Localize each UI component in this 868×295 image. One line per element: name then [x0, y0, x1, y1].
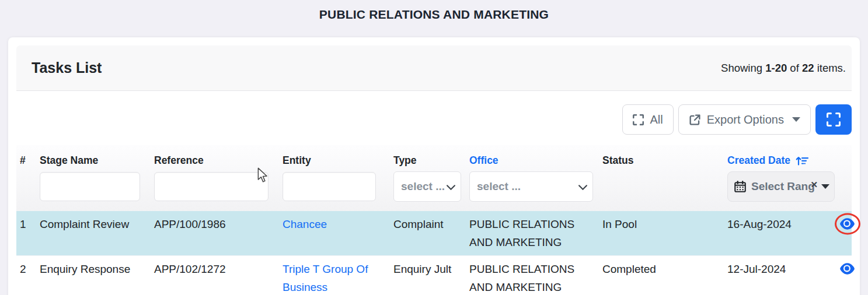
- office-select-placeholder: select ...: [477, 180, 521, 193]
- col-header-num: #: [16, 145, 36, 169]
- table-row[interactable]: 1 Complaint Review APP/100/1986 Chancee …: [16, 211, 852, 256]
- caret-down-icon: [792, 117, 800, 122]
- page-title: PUBLIC RELATIONS AND MARKETING: [0, 0, 868, 22]
- view-task-button[interactable]: [839, 217, 855, 230]
- summary-total: 22: [802, 62, 814, 74]
- eye-icon: [839, 262, 855, 275]
- summary-of: of: [790, 62, 799, 74]
- chevron-down-icon: [578, 180, 587, 193]
- export-options-button[interactable]: Export Options: [678, 104, 811, 135]
- toolbar: All Export Options: [8, 91, 860, 145]
- reference-cell: APP/100/1986: [151, 211, 279, 256]
- office-cell: PUBLIC RELATIONS AND MARKETING: [466, 256, 599, 295]
- fullscreen-corners-icon: [633, 114, 644, 125]
- col-header-created-date[interactable]: Created Date: [724, 145, 836, 169]
- summary-prefix: Showing: [721, 62, 762, 74]
- created-date-cell: 12-Jul-2024: [724, 256, 836, 295]
- status-cell: In Pool: [599, 211, 724, 256]
- type-filter-select[interactable]: select ...: [393, 171, 461, 202]
- header-row: # Stage Name Reference Entity Type Offic…: [16, 145, 852, 169]
- col-header-status: Status: [599, 145, 724, 169]
- stage-name-filter-input[interactable]: [40, 172, 140, 201]
- type-cell: Complaint: [390, 211, 466, 256]
- calendar-icon: [734, 181, 746, 192]
- status-cell: Completed: [599, 256, 724, 295]
- col-header-office[interactable]: Office: [466, 145, 599, 169]
- caret-down-icon: [821, 184, 829, 189]
- clear-icon[interactable]: ✕: [810, 180, 818, 189]
- export-icon: [689, 114, 701, 126]
- table-row[interactable]: 2 Enquiry Response APP/102/1272 Triple T…: [16, 256, 852, 295]
- date-range-label: Select Range: [751, 180, 814, 193]
- eye-icon: [839, 217, 855, 230]
- stage-name-cell: Enquiry Response: [36, 256, 151, 295]
- fullscreen-button[interactable]: [815, 104, 852, 135]
- items-summary: Showing 1-20 of 22 items.: [721, 62, 846, 75]
- col-header-stage-name: Stage Name: [36, 145, 151, 169]
- select-all-button[interactable]: All: [622, 104, 673, 135]
- col-header-actions: [836, 145, 852, 169]
- filter-row: select ... select ...: [16, 169, 852, 211]
- sort-ascending-icon: [795, 155, 809, 166]
- tasks-card: Tasks List Showing 1-20 of 22 items. All…: [8, 37, 860, 295]
- col-header-entity: Entity: [279, 145, 390, 169]
- table-head: # Stage Name Reference Entity Type Offic…: [16, 145, 852, 211]
- stage-name-cell: Complaint Review: [36, 211, 151, 256]
- reference-cell: APP/102/1272: [151, 256, 279, 295]
- row-num: 2: [16, 256, 36, 295]
- date-range-picker[interactable]: Select Range ✕: [727, 171, 835, 202]
- select-all-label: All: [650, 113, 663, 127]
- row-num: 1: [16, 211, 36, 256]
- export-options-label: Export Options: [707, 113, 784, 127]
- type-cell: Enquiry Jult: [390, 256, 466, 295]
- panel-title: Tasks List: [32, 59, 102, 76]
- col-header-type: Type: [390, 145, 466, 169]
- fullscreen-corners-icon: [827, 113, 841, 127]
- page: { "page": { "title": "PUBLIC RELATIONS A…: [0, 0, 868, 295]
- summary-range: 1-20: [765, 62, 787, 74]
- created-date-cell: 16-Aug-2024: [724, 211, 836, 256]
- view-task-button[interactable]: [839, 262, 855, 275]
- tasks-table: # Stage Name Reference Entity Type Offic…: [16, 145, 852, 295]
- reference-filter-input[interactable]: [154, 172, 269, 201]
- office-filter-select[interactable]: select ...: [469, 171, 593, 202]
- type-select-placeholder: select ...: [401, 180, 445, 193]
- chevron-down-icon: [447, 180, 455, 193]
- summary-suffix: items.: [817, 62, 846, 74]
- created-date-label: Created Date: [727, 154, 790, 167]
- office-cell: PUBLIC RELATIONS AND MARKETING: [466, 211, 599, 256]
- panel-header: Tasks List Showing 1-20 of 22 items.: [16, 45, 852, 91]
- entity-link[interactable]: Triple T Group Of Business: [283, 263, 368, 293]
- entity-link[interactable]: Chancee: [283, 218, 327, 230]
- col-header-reference: Reference: [151, 145, 279, 169]
- entity-filter-input[interactable]: [283, 172, 376, 201]
